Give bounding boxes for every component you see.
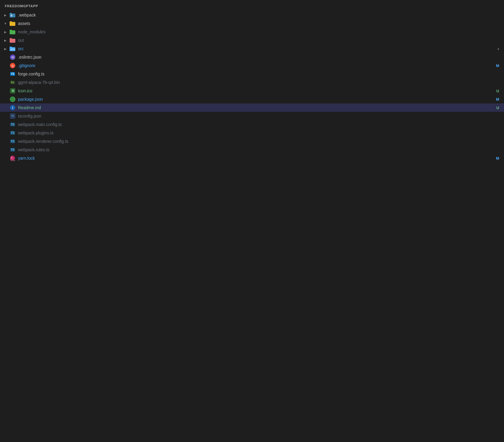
item-label-eslintrc: .eslintrc.json bbox=[18, 55, 499, 60]
tsconfig-icon: TS bbox=[8, 113, 17, 119]
git-badge-yarn-lock: M bbox=[491, 156, 499, 161]
svg-text:</>: </> bbox=[11, 48, 15, 51]
item-label-webpack-plugins: webpack.plugins.ts bbox=[18, 130, 499, 135]
eslint-icon: O bbox=[8, 54, 17, 60]
chevron-down-icon: ▼ bbox=[2, 20, 8, 26]
git-badge-package-json: M bbox=[491, 97, 499, 102]
git-badge-gitignore: M bbox=[491, 63, 499, 68]
assets-folder-icon bbox=[8, 20, 17, 27]
ts-file-icon: TS bbox=[8, 71, 17, 77]
item-label-icon-ico: icon.ico bbox=[18, 88, 492, 93]
item-label-readme: Readme.md bbox=[18, 105, 492, 110]
webpack-renderer-icon: TS bbox=[8, 138, 17, 145]
ico-file-icon: 🖼 bbox=[8, 87, 17, 94]
explorer-title: FREEDOMGPTAPP bbox=[0, 2, 504, 11]
chevron-right-icon-out: ▶ bbox=[2, 37, 8, 43]
tree-item-webpack-rules[interactable]: TS webpack.rules.ts bbox=[0, 146, 504, 154]
chevron-right-icon: ▶ bbox=[2, 12, 8, 18]
item-label-forge-config: forge.config.ts bbox=[18, 72, 499, 76]
item-label-webpack: .webpack bbox=[18, 13, 499, 17]
svg-rect-10 bbox=[10, 47, 12, 48]
tree-item-eslintrc[interactable]: O .eslintrc.json bbox=[0, 53, 504, 61]
tree-item-icon-ico[interactable]: 🖼 icon.ico U bbox=[0, 87, 504, 95]
src-folder-icon: </> bbox=[8, 45, 17, 52]
item-label-yarn-lock: yarn.lock bbox=[18, 156, 491, 161]
item-label-out: out bbox=[18, 38, 499, 43]
webpack-folder-icon: W bbox=[8, 12, 17, 18]
svg-rect-4 bbox=[10, 21, 12, 23]
tree-item-webpack-renderer[interactable]: TS webpack.renderer.config.ts bbox=[0, 137, 504, 146]
yarn-lock-icon: 🧶 bbox=[8, 155, 17, 161]
out-folder-icon bbox=[8, 37, 17, 44]
git-badge-icon-ico: U bbox=[492, 89, 499, 93]
chevron-right-icon-node: ▶ bbox=[2, 29, 8, 35]
chevron-right-icon-src: ▶ bbox=[2, 46, 8, 52]
tree-item-forge-config[interactable]: TS forge.config.ts bbox=[0, 70, 504, 78]
webpack-plugins-icon: TS bbox=[8, 130, 17, 136]
tree-item-out[interactable]: ▶ out bbox=[0, 36, 504, 45]
tree-item-src[interactable]: ▶ </> src ● bbox=[0, 45, 504, 53]
tree-item-readme[interactable]: i Readme.md U bbox=[0, 103, 504, 112]
webpack-rules-icon: TS bbox=[8, 146, 17, 153]
ggml-file-icon: 0x bbox=[8, 79, 17, 86]
tree-item-yarn-lock[interactable]: 🧶 yarn.lock M bbox=[0, 154, 504, 162]
item-label-tsconfig: tsconfig.json bbox=[18, 114, 499, 118]
item-label-package-json: package.json bbox=[18, 97, 491, 102]
tree-item-ggml[interactable]: 0x ggml-alpaca-7b-q4.bin bbox=[0, 78, 504, 87]
item-label-assets: assets bbox=[18, 21, 499, 26]
item-label-node-modules: node_modules bbox=[18, 29, 499, 34]
svg-rect-8 bbox=[10, 38, 12, 39]
tree-item-tsconfig[interactable]: TS tsconfig.json bbox=[0, 112, 504, 120]
tree-item-gitignore[interactable]: ◇ .gitignore M bbox=[0, 61, 504, 70]
file-explorer: FREEDOMGPTAPP ▶ W .webpack ▼ assets ▶ bbox=[0, 0, 504, 442]
svg-rect-1 bbox=[10, 13, 12, 14]
item-label-src: src bbox=[18, 46, 493, 51]
git-badge-readme: U bbox=[492, 106, 499, 110]
item-label-ggml: ggml-alpaca-7b-q4.bin bbox=[18, 80, 499, 85]
item-label-webpack-main: webpack.main.config.ts bbox=[18, 122, 499, 127]
package-json-icon: JS bbox=[8, 96, 17, 103]
tree-item-webpack-main[interactable]: TS webpack.main.config.ts bbox=[0, 120, 504, 129]
item-label-webpack-renderer: webpack.renderer.config.ts bbox=[18, 139, 499, 144]
readme-icon: i bbox=[8, 104, 17, 111]
item-label-webpack-rules: webpack.rules.ts bbox=[18, 147, 499, 152]
tree-item-webpack[interactable]: ▶ W .webpack bbox=[0, 11, 504, 19]
tree-item-node-modules[interactable]: ▶ node_modules bbox=[0, 28, 504, 36]
tree-item-webpack-plugins[interactable]: TS webpack.plugins.ts bbox=[0, 129, 504, 137]
git-icon: ◇ bbox=[8, 62, 17, 69]
git-dot-src: ● bbox=[493, 47, 499, 51]
tree-item-assets[interactable]: ▼ assets bbox=[0, 19, 504, 28]
svg-rect-6 bbox=[10, 30, 12, 31]
svg-text:W: W bbox=[11, 14, 12, 17]
webpack-main-icon: TS bbox=[8, 121, 17, 128]
item-label-gitignore: .gitignore bbox=[18, 63, 491, 68]
tree-item-package-json[interactable]: JS package.json M bbox=[0, 95, 504, 103]
node-modules-folder-icon bbox=[8, 29, 17, 35]
